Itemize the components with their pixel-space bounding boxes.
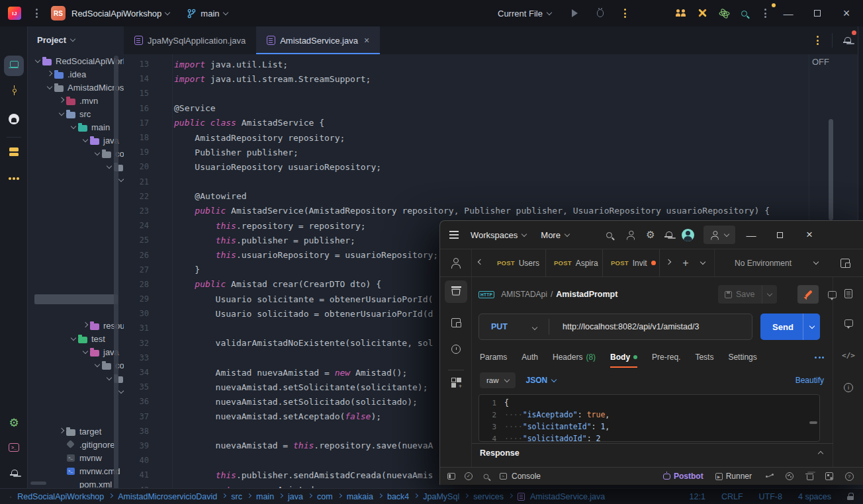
tabs-back-icon[interactable]	[472, 255, 489, 272]
account-widget[interactable]	[704, 226, 735, 244]
url-bar[interactable]: PUT http://localhost:8082/api/v1/amistad…	[478, 314, 752, 340]
info-tab[interactable]: i	[833, 383, 863, 392]
notification-bell-icon[interactable]	[839, 32, 855, 48]
breadcrumb-item[interactable]: RedSocialApiWorkshop	[17, 492, 104, 501]
tree-row[interactable]: target	[28, 425, 124, 438]
debug-button[interactable]	[597, 9, 604, 17]
cookies-icon[interactable]	[781, 470, 798, 483]
breadcrumb-item[interactable]: src	[231, 492, 242, 501]
console-label[interactable]: Console	[512, 472, 541, 481]
tabbar-options-icon[interactable]	[817, 36, 819, 45]
project-tree[interactable]: RedSocialApiWorkshop.ideaAmistadMicroser…	[28, 54, 124, 491]
postman-close-button[interactable]: ×	[801, 228, 817, 241]
method-selector[interactable]: PUT	[491, 322, 508, 331]
breadcrumb-item[interactable]: com	[317, 492, 333, 501]
beautify-button[interactable]: Beautify	[795, 376, 824, 385]
subtab-prereq[interactable]: Pre-req.	[652, 347, 680, 368]
tree-row[interactable]: .gitignore	[28, 438, 124, 451]
split-layout-icon[interactable]	[821, 470, 838, 483]
postman-minimize-button[interactable]: —	[743, 230, 759, 241]
breadcrumb-item[interactable]: makaia	[347, 492, 373, 501]
console-icon[interactable]: >	[494, 470, 512, 483]
sidebar-person-icon[interactable]	[440, 249, 472, 277]
comment-button[interactable]	[821, 291, 842, 298]
response-collapse-icon[interactable]	[819, 448, 823, 458]
file-encoding[interactable]: UTF-8	[759, 492, 782, 501]
profiler-icon[interactable]	[716, 5, 732, 21]
subtab-auth[interactable]: Auth	[522, 347, 538, 368]
run-button[interactable]	[572, 9, 578, 17]
run-more-icon[interactable]	[624, 9, 626, 18]
tree-row[interactable]	[28, 160, 124, 173]
notifications-button[interactable]	[0, 470, 28, 476]
editor-scrollbar[interactable]	[829, 119, 833, 220]
titlebar-more-icon[interactable]	[757, 5, 773, 21]
project-panel-header[interactable]: Project	[28, 26, 124, 54]
body-language-dropdown[interactable]: JSON	[526, 376, 557, 385]
history-tab[interactable]	[440, 345, 472, 354]
vcs-branch-widget[interactable]: main	[187, 9, 227, 19]
commit-tool-button[interactable]	[0, 85, 28, 96]
minimize-button[interactable]: —	[782, 8, 794, 19]
tree-row[interactable]: src	[28, 107, 124, 120]
intellij-logo-icon[interactable]: IJ	[8, 7, 21, 20]
save-options-chevron[interactable]	[762, 285, 777, 304]
search-everywhere-icon[interactable]	[736, 5, 752, 21]
settings-button[interactable]: ⚙	[0, 416, 28, 430]
tree-row[interactable]: main	[28, 120, 124, 134]
tree-row[interactable]: RedSocialApiWorkshop	[28, 54, 124, 67]
tree-row[interactable]: java	[28, 345, 124, 358]
notifications-bell-icon[interactable]	[660, 226, 678, 243]
structure-tool-button[interactable]	[0, 147, 28, 156]
tree-row[interactable]: .mvn	[28, 94, 124, 107]
maximize-button[interactable]	[811, 10, 823, 17]
environment-chevron-icon[interactable]	[807, 255, 825, 272]
indent-setting[interactable]: 4 spaces	[798, 492, 831, 501]
edit-mode-button[interactable]	[797, 285, 819, 304]
sync-status-icon[interactable]: ✓	[460, 470, 477, 483]
capture-requests-icon[interactable]	[761, 470, 778, 483]
tab-close-icon[interactable]: ×	[364, 35, 369, 46]
request-tab[interactable]: POSTUsers	[489, 249, 546, 277]
subtab-headers[interactable]: Headers(8)	[553, 347, 596, 368]
project-selector[interactable]: RedSocialApiWorkshop	[71, 9, 161, 19]
tabs-forward-icon[interactable]	[660, 255, 677, 272]
run-configuration[interactable]: Current File	[498, 9, 626, 19]
tree-row[interactable]: test	[28, 332, 124, 345]
tree-row[interactable]: mvnw.cmd	[28, 464, 124, 478]
trash-icon[interactable]	[801, 470, 818, 483]
request-name[interactable]: AmistadPrompt	[556, 290, 617, 299]
environment-quicklook-icon[interactable]	[837, 255, 854, 272]
new-tab-icon[interactable]: +	[677, 255, 694, 272]
breadcrumb-item[interactable]: java	[288, 492, 303, 501]
tree-row[interactable]: mvnw	[28, 451, 124, 464]
tree-scrollbar[interactable]	[114, 56, 118, 504]
breadcrumb[interactable]: ·RedSocialApiWorkshopAmistadMicroservici…	[9, 492, 605, 501]
collections-tab[interactable]	[440, 286, 472, 295]
caret-position[interactable]: 12:1	[690, 492, 705, 501]
invite-user-icon[interactable]	[622, 226, 639, 243]
environment-selector[interactable]: No Environment	[735, 259, 792, 268]
more-tools-button[interactable]	[0, 177, 28, 180]
breadcrumb-item[interactable]: services	[473, 492, 504, 501]
body-scrollbar[interactable]	[809, 421, 817, 424]
project-tool-button[interactable]	[0, 61, 28, 69]
tab-options-icon[interactable]	[694, 255, 711, 272]
subtab-body[interactable]: Body	[610, 347, 637, 368]
tree-row[interactable]: resources	[28, 319, 124, 332]
main-menu-icon[interactable]	[36, 9, 38, 18]
hamburger-menu-icon[interactable]	[445, 226, 463, 243]
code-snippet-tab[interactable]: </>	[833, 351, 863, 360]
request-tab[interactable]: POSTInvit	[603, 249, 660, 277]
tree-row[interactable]	[28, 372, 124, 385]
tree-row[interactable]: java	[28, 134, 124, 147]
tree-row[interactable]: .idea	[28, 67, 124, 81]
project-avatar[interactable]: RS	[51, 6, 66, 21]
collection-name[interactable]: AMISTADApi	[501, 290, 547, 299]
breadcrumb-item[interactable]: JpaMySql	[423, 492, 459, 501]
user-avatar[interactable]	[682, 229, 694, 241]
more-menu[interactable]: More	[541, 230, 569, 240]
request-tab[interactable]: POSTAspira	[546, 249, 603, 277]
tree-row[interactable]: com	[28, 358, 124, 372]
response-section[interactable]: Response	[472, 443, 833, 462]
